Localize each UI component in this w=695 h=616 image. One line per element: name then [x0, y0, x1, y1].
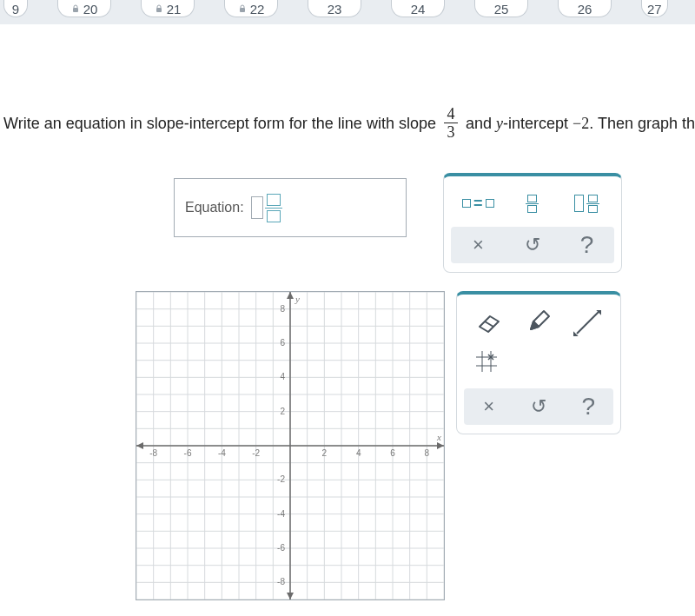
equation-toolbar: = × ↺ ? — [443, 173, 622, 273]
nav-item-20[interactable]: 20 — [57, 0, 111, 17]
nav-label: 25 — [494, 2, 509, 17]
nav-item-next[interactable]: 27 — [641, 0, 668, 17]
pencil-tool[interactable] — [514, 307, 563, 340]
nav-item-prev[interactable]: 9 — [3, 0, 28, 17]
question-part4: . Then graph the line. — [589, 115, 695, 132]
placeholder-box-icon — [251, 196, 263, 219]
question-part3: -intercept — [503, 115, 573, 132]
graph-toolbar: × ↺ ? — [456, 291, 621, 434]
slope-fraction: 4 3 — [444, 106, 458, 140]
svg-text:6: 6 — [280, 338, 285, 348]
svg-text:-2: -2 — [277, 474, 285, 484]
svg-text:y: y — [295, 294, 300, 304]
line-icon — [572, 307, 605, 340]
insert-fraction-button[interactable] — [508, 187, 557, 220]
nav-label: 22 — [250, 2, 265, 17]
undo-icon: ↺ — [525, 234, 540, 256]
help-icon: ? — [580, 231, 594, 259]
svg-text:8: 8 — [425, 448, 430, 458]
svg-rect-1 — [156, 8, 162, 12]
nav-item-25[interactable]: 25 — [474, 0, 528, 17]
graph-help-button[interactable]: ? — [564, 390, 612, 423]
help-icon: ? — [582, 393, 596, 421]
frac-numerator: 4 — [447, 106, 454, 122]
svg-marker-44 — [136, 442, 143, 449]
svg-text:-8: -8 — [149, 448, 157, 458]
nav-label: 24 — [411, 2, 426, 17]
svg-marker-45 — [287, 292, 294, 299]
graph-undo-button[interactable]: ↺ — [514, 390, 563, 423]
svg-text:-6: -6 — [184, 448, 192, 458]
svg-text:-6: -6 — [277, 543, 285, 553]
insert-equation-button[interactable]: = — [453, 187, 502, 220]
nav-item-23[interactable]: 23 — [308, 0, 361, 17]
svg-text:2: 2 — [280, 407, 285, 416]
point-tool[interactable] — [465, 347, 513, 380]
nav-label: 21 — [167, 2, 182, 17]
placeholder-fraction-icon — [265, 194, 282, 222]
nav-label: 27 — [647, 2, 662, 17]
svg-rect-0 — [73, 8, 78, 12]
help-button[interactable]: ? — [563, 229, 612, 262]
eraser-icon — [474, 309, 504, 338]
svg-text:6: 6 — [390, 448, 395, 458]
nav-item-22[interactable]: 22 — [224, 0, 278, 17]
grid-point-icon — [473, 348, 500, 379]
question-part1: Write an equation in slope-intercept for… — [3, 115, 440, 132]
svg-text:8: 8 — [280, 304, 285, 314]
clear-icon: × — [473, 234, 484, 256]
question-part2: and — [466, 115, 496, 132]
svg-marker-46 — [287, 593, 294, 599]
line-tool[interactable] — [564, 307, 612, 340]
nav-label: 9 — [12, 2, 19, 17]
undo-button[interactable]: ↺ — [508, 229, 557, 262]
graph-area[interactable]: -8-6-4-224688642-2-4-6-8xy — [136, 291, 445, 600]
svg-text:-4: -4 — [218, 448, 226, 458]
y-variable: y — [496, 115, 503, 132]
nav-item-24[interactable]: 24 — [391, 0, 445, 17]
nav-label: 20 — [83, 2, 98, 17]
svg-rect-2 — [240, 8, 245, 12]
pencil-icon — [526, 308, 552, 339]
frac-denominator: 3 — [447, 124, 454, 140]
nav-label: 23 — [328, 2, 342, 17]
svg-text:-4: -4 — [277, 509, 285, 519]
nav-item-26[interactable]: 26 — [558, 0, 612, 17]
svg-marker-43 — [437, 442, 444, 449]
eraser-tool[interactable] — [465, 307, 513, 340]
nav-item-21[interactable]: 21 — [141, 0, 195, 17]
insert-mixed-number-button[interactable] — [563, 187, 612, 220]
svg-text:-8: -8 — [277, 577, 285, 586]
clear-button[interactable]: × — [453, 229, 502, 262]
undo-icon: ↺ — [531, 395, 546, 418]
question-text: Write an equation in slope-intercept for… — [0, 24, 695, 142]
lock-icon — [155, 4, 163, 13]
clear-icon: × — [483, 395, 494, 418]
nav-label: 26 — [578, 2, 592, 17]
svg-text:4: 4 — [280, 372, 285, 381]
svg-text:x: x — [436, 432, 441, 442]
graph-clear-button[interactable]: × — [465, 390, 513, 423]
equation-label: Equation: — [185, 200, 244, 215]
equation-input-box[interactable]: Equation: — [174, 178, 407, 237]
lock-icon — [71, 4, 80, 13]
equation-placeholder — [251, 194, 282, 222]
svg-text:4: 4 — [356, 448, 361, 458]
svg-text:2: 2 — [322, 448, 328, 458]
question-nav: 9 20 21 22 23 24 25 26 27 — [0, 0, 695, 24]
intercept-value: −2 — [573, 115, 589, 132]
lock-icon — [238, 4, 247, 13]
svg-text:-2: -2 — [252, 448, 260, 458]
